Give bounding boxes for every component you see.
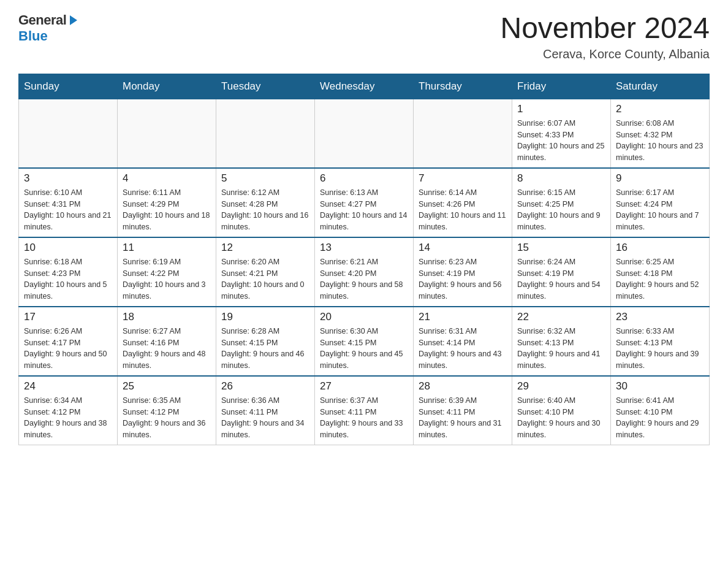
day-number: 5 xyxy=(221,172,309,185)
day-info: Sunrise: 6:21 AMSunset: 4:20 PMDaylight:… xyxy=(320,256,408,302)
day-info: Sunrise: 6:18 AMSunset: 4:23 PMDaylight:… xyxy=(24,256,112,302)
day-number: 10 xyxy=(24,242,112,254)
day-number: 20 xyxy=(320,311,408,323)
calendar-week-row: 10Sunrise: 6:18 AMSunset: 4:23 PMDayligh… xyxy=(19,237,710,307)
table-row: 17Sunrise: 6:26 AMSunset: 4:17 PMDayligh… xyxy=(19,307,118,376)
day-number: 4 xyxy=(123,172,211,185)
calendar-week-row: 1Sunrise: 6:07 AMSunset: 4:33 PMDaylight… xyxy=(19,99,710,168)
table-row: 14Sunrise: 6:23 AMSunset: 4:19 PMDayligh… xyxy=(414,237,512,307)
col-tuesday: Tuesday xyxy=(216,74,315,99)
logo: General Blue xyxy=(18,12,80,44)
day-info: Sunrise: 6:07 AMSunset: 4:33 PMDaylight:… xyxy=(517,118,605,164)
table-row: 27Sunrise: 6:37 AMSunset: 4:11 PMDayligh… xyxy=(315,376,414,445)
title-block: November 2024 Cerava, Korce County, Alba… xyxy=(500,12,710,61)
day-info: Sunrise: 6:30 AMSunset: 4:15 PMDaylight:… xyxy=(320,326,408,372)
table-row: 1Sunrise: 6:07 AMSunset: 4:33 PMDaylight… xyxy=(512,99,611,168)
calendar-week-row: 17Sunrise: 6:26 AMSunset: 4:17 PMDayligh… xyxy=(19,307,710,376)
table-row xyxy=(118,99,216,168)
logo-arrow-icon xyxy=(66,13,80,27)
table-row: 13Sunrise: 6:21 AMSunset: 4:20 PMDayligh… xyxy=(315,237,414,307)
day-number: 11 xyxy=(123,242,211,254)
day-number: 22 xyxy=(517,311,605,323)
table-row: 29Sunrise: 6:40 AMSunset: 4:10 PMDayligh… xyxy=(512,376,611,445)
day-info: Sunrise: 6:12 AMSunset: 4:28 PMDaylight:… xyxy=(221,187,309,233)
table-row: 7Sunrise: 6:14 AMSunset: 4:26 PMDaylight… xyxy=(414,168,512,237)
table-row: 19Sunrise: 6:28 AMSunset: 4:15 PMDayligh… xyxy=(216,307,315,376)
table-row: 10Sunrise: 6:18 AMSunset: 4:23 PMDayligh… xyxy=(19,237,118,307)
day-number: 13 xyxy=(320,242,408,254)
table-row: 16Sunrise: 6:25 AMSunset: 4:18 PMDayligh… xyxy=(611,237,710,307)
day-number: 1 xyxy=(517,103,605,115)
page-header: General Blue November 2024 Cerava, Korce… xyxy=(18,12,710,61)
day-number: 23 xyxy=(616,311,704,323)
day-info: Sunrise: 6:41 AMSunset: 4:10 PMDaylight:… xyxy=(616,395,704,441)
day-info: Sunrise: 6:35 AMSunset: 4:12 PMDaylight:… xyxy=(123,395,211,441)
day-info: Sunrise: 6:25 AMSunset: 4:18 PMDaylight:… xyxy=(616,256,704,302)
col-saturday: Saturday xyxy=(611,74,710,99)
day-info: Sunrise: 6:31 AMSunset: 4:14 PMDaylight:… xyxy=(419,326,507,372)
calendar-week-row: 3Sunrise: 6:10 AMSunset: 4:31 PMDaylight… xyxy=(19,168,710,237)
day-info: Sunrise: 6:20 AMSunset: 4:21 PMDaylight:… xyxy=(221,256,309,302)
month-year-title: November 2024 xyxy=(500,12,710,45)
day-number: 26 xyxy=(221,380,309,393)
col-thursday: Thursday xyxy=(414,74,512,99)
table-row: 23Sunrise: 6:33 AMSunset: 4:13 PMDayligh… xyxy=(611,307,710,376)
table-row: 28Sunrise: 6:39 AMSunset: 4:11 PMDayligh… xyxy=(414,376,512,445)
day-info: Sunrise: 6:28 AMSunset: 4:15 PMDaylight:… xyxy=(221,326,309,372)
day-info: Sunrise: 6:33 AMSunset: 4:13 PMDaylight:… xyxy=(616,326,704,372)
day-info: Sunrise: 6:13 AMSunset: 4:27 PMDaylight:… xyxy=(320,187,408,233)
svg-marker-0 xyxy=(70,15,77,25)
table-row: 25Sunrise: 6:35 AMSunset: 4:12 PMDayligh… xyxy=(118,376,216,445)
table-row: 6Sunrise: 6:13 AMSunset: 4:27 PMDaylight… xyxy=(315,168,414,237)
day-info: Sunrise: 6:15 AMSunset: 4:25 PMDaylight:… xyxy=(517,187,605,233)
table-row: 8Sunrise: 6:15 AMSunset: 4:25 PMDaylight… xyxy=(512,168,611,237)
day-number: 28 xyxy=(419,380,507,393)
day-number: 12 xyxy=(221,242,309,254)
day-info: Sunrise: 6:27 AMSunset: 4:16 PMDaylight:… xyxy=(123,326,211,372)
col-friday: Friday xyxy=(512,74,611,99)
day-number: 30 xyxy=(616,380,704,393)
col-sunday: Sunday xyxy=(19,74,118,99)
day-info: Sunrise: 6:32 AMSunset: 4:13 PMDaylight:… xyxy=(517,326,605,372)
day-info: Sunrise: 6:36 AMSunset: 4:11 PMDaylight:… xyxy=(221,395,309,441)
calendar-week-row: 24Sunrise: 6:34 AMSunset: 4:12 PMDayligh… xyxy=(19,376,710,445)
day-info: Sunrise: 6:14 AMSunset: 4:26 PMDaylight:… xyxy=(419,187,507,233)
day-number: 17 xyxy=(24,311,112,323)
day-number: 6 xyxy=(320,172,408,185)
calendar-header-row: Sunday Monday Tuesday Wednesday Thursday… xyxy=(19,74,710,99)
table-row xyxy=(414,99,512,168)
logo-general-text: General xyxy=(18,12,66,28)
table-row: 11Sunrise: 6:19 AMSunset: 4:22 PMDayligh… xyxy=(118,237,216,307)
day-number: 2 xyxy=(616,103,704,115)
day-info: Sunrise: 6:24 AMSunset: 4:19 PMDaylight:… xyxy=(517,256,605,302)
day-info: Sunrise: 6:40 AMSunset: 4:10 PMDaylight:… xyxy=(517,395,605,441)
col-wednesday: Wednesday xyxy=(315,74,414,99)
day-number: 27 xyxy=(320,380,408,393)
day-number: 8 xyxy=(517,172,605,185)
table-row: 2Sunrise: 6:08 AMSunset: 4:32 PMDaylight… xyxy=(611,99,710,168)
table-row: 18Sunrise: 6:27 AMSunset: 4:16 PMDayligh… xyxy=(118,307,216,376)
day-info: Sunrise: 6:37 AMSunset: 4:11 PMDaylight:… xyxy=(320,395,408,441)
table-row xyxy=(19,99,118,168)
day-info: Sunrise: 6:26 AMSunset: 4:17 PMDaylight:… xyxy=(24,326,112,372)
table-row: 20Sunrise: 6:30 AMSunset: 4:15 PMDayligh… xyxy=(315,307,414,376)
day-number: 14 xyxy=(419,242,507,254)
day-number: 16 xyxy=(616,242,704,254)
table-row: 30Sunrise: 6:41 AMSunset: 4:10 PMDayligh… xyxy=(611,376,710,445)
day-info: Sunrise: 6:19 AMSunset: 4:22 PMDaylight:… xyxy=(123,256,211,302)
day-info: Sunrise: 6:39 AMSunset: 4:11 PMDaylight:… xyxy=(419,395,507,441)
day-info: Sunrise: 6:10 AMSunset: 4:31 PMDaylight:… xyxy=(24,187,112,233)
col-monday: Monday xyxy=(118,74,216,99)
day-number: 15 xyxy=(517,242,605,254)
day-number: 18 xyxy=(123,311,211,323)
day-number: 19 xyxy=(221,311,309,323)
table-row: 24Sunrise: 6:34 AMSunset: 4:12 PMDayligh… xyxy=(19,376,118,445)
calendar-table: Sunday Monday Tuesday Wednesday Thursday… xyxy=(18,74,710,445)
table-row: 21Sunrise: 6:31 AMSunset: 4:14 PMDayligh… xyxy=(414,307,512,376)
day-info: Sunrise: 6:11 AMSunset: 4:29 PMDaylight:… xyxy=(123,187,211,233)
table-row: 4Sunrise: 6:11 AMSunset: 4:29 PMDaylight… xyxy=(118,168,216,237)
day-info: Sunrise: 6:34 AMSunset: 4:12 PMDaylight:… xyxy=(24,395,112,441)
table-row: 12Sunrise: 6:20 AMSunset: 4:21 PMDayligh… xyxy=(216,237,315,307)
table-row: 9Sunrise: 6:17 AMSunset: 4:24 PMDaylight… xyxy=(611,168,710,237)
day-info: Sunrise: 6:08 AMSunset: 4:32 PMDaylight:… xyxy=(616,118,704,164)
